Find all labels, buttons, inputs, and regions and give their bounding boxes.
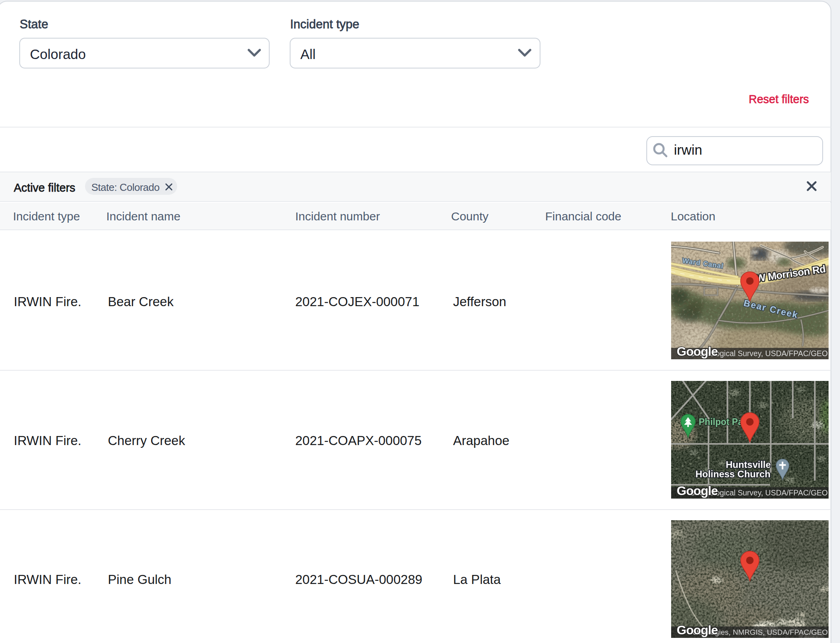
svg-text:Huntsville: Huntsville xyxy=(726,459,771,470)
svg-text:Google: Google xyxy=(677,344,718,358)
svg-text:Philpot Pa: Philpot Pa xyxy=(699,417,743,427)
svg-text:Holiness Church: Holiness Church xyxy=(696,469,771,479)
svg-text:Google: Google xyxy=(677,484,718,498)
svg-text:Google: Google xyxy=(677,623,718,637)
